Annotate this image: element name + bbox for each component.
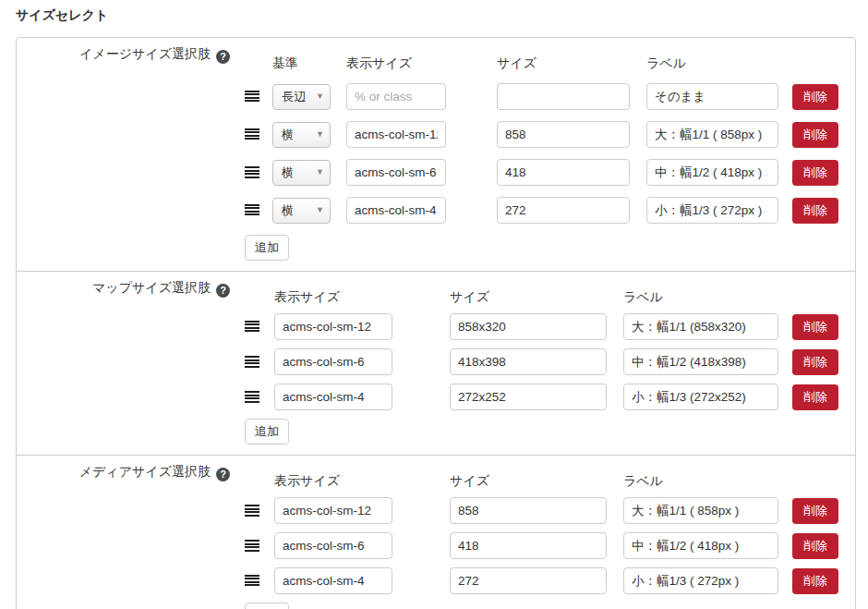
base-select-value: 長辺 [282, 89, 306, 105]
header-spacer [245, 473, 274, 490]
section-label-text: イメージサイズ選択肢 [79, 46, 211, 61]
label-input[interactable] [623, 384, 778, 410]
drag-handle-icon[interactable] [245, 575, 259, 587]
column-header-label: ラベル [623, 289, 663, 306]
size-input[interactable] [497, 83, 630, 110]
delete-button[interactable]: 削除 [792, 498, 838, 524]
column-header-base: 基準 [272, 55, 346, 72]
size-input[interactable] [450, 348, 607, 375]
help-icon[interactable]: ? [216, 284, 230, 298]
base-select-value: 横 [282, 164, 294, 181]
delete-button[interactable]: 削除 [792, 122, 838, 148]
base-select-value: 横 [282, 202, 294, 219]
section-label: マップサイズ選択肢? [17, 280, 230, 445]
display-size-input[interactable] [274, 348, 392, 375]
display-size-input[interactable] [274, 313, 392, 340]
section-label: イメージサイズ選択肢? [17, 46, 230, 261]
settings-panel: イメージサイズ選択肢? 基準 表示サイズ サイズ ラベル 長辺 ▼ [16, 37, 856, 609]
size-row: 横 ▼ 削除 [245, 197, 855, 224]
drag-handle-icon[interactable] [245, 166, 259, 178]
caret-down-icon: ▼ [316, 92, 324, 101]
drag-handle-icon[interactable] [245, 540, 259, 552]
display-size-input[interactable] [274, 532, 392, 559]
delete-button[interactable]: 削除 [792, 160, 838, 186]
drag-handle-icon[interactable] [245, 204, 259, 216]
size-input[interactable] [450, 497, 607, 524]
drag-handle-icon[interactable] [245, 391, 259, 403]
size-row: 削除 [245, 348, 855, 375]
column-header-size: サイズ [450, 473, 623, 490]
display-size-input[interactable] [346, 197, 446, 224]
base-select[interactable]: 横 ▼ [272, 122, 331, 148]
size-row: 削除 [245, 313, 855, 340]
caret-down-icon: ▼ [316, 206, 324, 214]
size-input[interactable] [450, 532, 607, 559]
label-input[interactable] [646, 121, 778, 148]
display-size-input[interactable] [274, 384, 392, 410]
base-select[interactable]: 横 ▼ [272, 160, 331, 186]
page: サイズセレクト イメージサイズ選択肢? 基準 表示サイズ サイズ ラベル 長辺 [0, 0, 868, 609]
section-label-text: マップサイズ選択肢 [92, 280, 211, 295]
size-input[interactable] [497, 121, 630, 148]
help-icon[interactable]: ? [216, 50, 230, 64]
column-header-display: 表示サイズ [274, 473, 450, 490]
section-label: メディアサイズ選択肢? [17, 464, 230, 609]
drag-handle-icon[interactable] [245, 321, 259, 333]
column-headers: 表示サイズ サイズ ラベル [245, 289, 855, 306]
size-input[interactable] [497, 159, 630, 186]
size-input[interactable] [450, 384, 607, 410]
drag-handle-icon[interactable] [245, 505, 259, 517]
add-button[interactable]: 追加 [245, 603, 289, 609]
column-header-size: サイズ [497, 55, 646, 72]
size-row: 削除 [245, 384, 855, 410]
column-header-display: 表示サイズ [346, 55, 497, 72]
help-icon[interactable]: ? [216, 468, 230, 481]
size-row: 削除 [245, 497, 855, 524]
label-input[interactable] [646, 83, 778, 110]
section-label-text: メディアサイズ選択肢 [79, 464, 211, 479]
section-media-sizes: メディアサイズ選択肢? 表示サイズ サイズ ラベル 削除 [17, 456, 855, 609]
size-input[interactable] [450, 567, 607, 594]
add-button[interactable]: 追加 [245, 235, 289, 261]
label-input[interactable] [646, 197, 778, 224]
section-map-sizes: マップサイズ選択肢? 表示サイズ サイズ ラベル 削除 [17, 272, 855, 456]
section-body: 表示サイズ サイズ ラベル 削除 削除 [230, 464, 855, 609]
header-spacer [245, 289, 274, 306]
display-size-input[interactable] [346, 121, 446, 148]
size-row: 横 ▼ 削除 [245, 159, 855, 186]
label-input[interactable] [623, 348, 778, 375]
label-input[interactable] [623, 567, 778, 594]
section-body: 基準 表示サイズ サイズ ラベル 長辺 ▼ 削除 [230, 46, 855, 261]
size-row: 削除 [245, 567, 855, 594]
delete-button[interactable]: 削除 [792, 568, 838, 594]
delete-button[interactable]: 削除 [792, 198, 838, 224]
delete-button[interactable]: 削除 [792, 84, 838, 110]
drag-handle-icon[interactable] [245, 128, 259, 140]
size-row: 横 ▼ 削除 [245, 121, 855, 148]
header-spacer [245, 55, 272, 72]
delete-button[interactable]: 削除 [792, 384, 838, 410]
display-size-input[interactable] [274, 567, 392, 594]
size-row: 削除 [245, 532, 855, 559]
delete-button[interactable]: 削除 [792, 349, 838, 375]
drag-handle-icon[interactable] [245, 356, 259, 368]
size-input[interactable] [450, 313, 607, 340]
display-size-input[interactable] [274, 497, 392, 524]
size-row: 長辺 ▼ 削除 [245, 83, 855, 110]
display-size-input[interactable] [346, 159, 446, 186]
base-select[interactable]: 横 ▼ [272, 198, 331, 224]
column-header-label: ラベル [646, 55, 686, 72]
caret-down-icon: ▼ [316, 130, 324, 139]
label-input[interactable] [623, 532, 778, 559]
add-button[interactable]: 追加 [245, 419, 289, 445]
drag-handle-icon[interactable] [245, 91, 259, 103]
base-select[interactable]: 長辺 ▼ [272, 84, 331, 110]
label-input[interactable] [646, 159, 778, 186]
label-input[interactable] [623, 313, 778, 340]
display-size-input[interactable] [346, 83, 446, 110]
size-input[interactable] [497, 197, 630, 224]
caret-down-icon: ▼ [316, 168, 324, 177]
delete-button[interactable]: 削除 [792, 533, 838, 559]
label-input[interactable] [623, 497, 778, 524]
delete-button[interactable]: 削除 [792, 314, 838, 340]
